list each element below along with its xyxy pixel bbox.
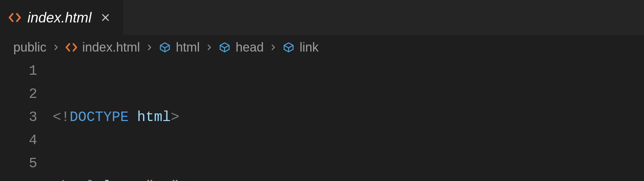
html-file-icon <box>65 41 77 53</box>
breadcrumb-label: head <box>236 40 264 55</box>
tok <box>129 109 137 125</box>
tok: html <box>61 179 95 181</box>
line-number-gutter: 1 2 3 4 5 <box>0 60 53 181</box>
chevron-right-icon <box>52 43 60 51</box>
tok: html <box>137 109 171 125</box>
line-number: 1 <box>0 60 37 83</box>
line-number: 5 <box>0 152 37 175</box>
close-icon[interactable] <box>98 9 113 26</box>
tab-label: index.html <box>27 10 91 26</box>
code-content[interactable]: <!DOCTYPE html> <html lang="en"> <head> … <box>53 60 644 181</box>
breadcrumb-item-index-html[interactable]: index.html <box>65 40 140 55</box>
tok: lang <box>103 179 137 181</box>
code-line[interactable]: <html lang="en"> <box>53 175 644 181</box>
tok: DOCTYPE <box>70 109 129 125</box>
symbol-cube-icon <box>159 41 171 53</box>
breadcrumb-item-html[interactable]: html <box>159 40 200 55</box>
tok: > <box>171 109 179 125</box>
tab-bar: index.html <box>0 0 644 35</box>
breadcrumb: public index.html html head <box>0 35 644 60</box>
code-line[interactable]: <!DOCTYPE html> <box>53 106 644 129</box>
breadcrumb-item-head[interactable]: head <box>219 40 264 55</box>
tok: = <box>137 179 146 181</box>
breadcrumb-label: html <box>176 40 200 55</box>
chevron-right-icon <box>269 43 277 51</box>
breadcrumb-label: index.html <box>82 40 140 55</box>
tok: " <box>171 179 179 181</box>
chevron-right-icon <box>146 43 153 51</box>
tok: en <box>154 179 171 181</box>
line-number: 4 <box>0 129 37 152</box>
tok <box>95 179 103 181</box>
tab-index-html[interactable]: index.html <box>0 0 123 35</box>
tok: <! <box>53 109 70 125</box>
tok: < <box>53 179 61 181</box>
line-number: 2 <box>0 83 37 106</box>
code-editor[interactable]: 1 2 3 4 5 <!DOCTYPE html> <html lang="en… <box>0 60 644 181</box>
symbol-cube-icon <box>283 41 295 53</box>
line-number: 3 <box>0 106 37 129</box>
breadcrumb-item-public[interactable]: public <box>13 40 46 55</box>
breadcrumb-label: public <box>13 40 46 55</box>
breadcrumb-item-link[interactable]: link <box>283 40 318 55</box>
html-file-icon <box>8 11 21 24</box>
breadcrumb-label: link <box>300 40 318 55</box>
tok: " <box>146 179 154 181</box>
tok: > <box>179 179 188 181</box>
chevron-right-icon <box>205 43 213 51</box>
symbol-cube-icon <box>219 41 231 53</box>
